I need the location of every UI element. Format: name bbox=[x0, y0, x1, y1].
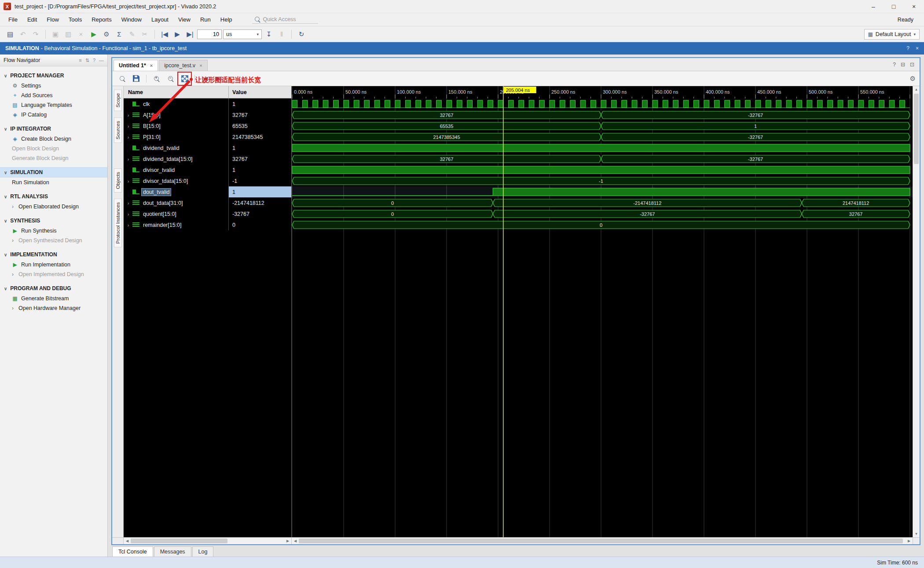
settings-gear-icon[interactable]: ⚙ bbox=[101, 29, 112, 40]
nav-item-open-block-design[interactable]: Open Block Design bbox=[0, 144, 107, 153]
signal-value-cell[interactable]: 1 bbox=[228, 98, 291, 109]
console-tab-tcl-console[interactable]: Tcl Console bbox=[112, 546, 153, 557]
nav-section-simulation[interactable]: ∨SIMULATION bbox=[0, 167, 107, 178]
run-all-icon[interactable]: ▶ bbox=[172, 29, 183, 40]
signal-value-cell[interactable]: 32767 bbox=[228, 109, 291, 120]
maximize-button[interactable]: □ bbox=[884, 0, 904, 13]
signal-row[interactable]: ›B[15:0]65535 bbox=[124, 120, 291, 131]
zoom-range-icon[interactable]: ↔ bbox=[227, 73, 239, 84]
nav-item-create-block-design[interactable]: ◈Create Block Design bbox=[0, 134, 107, 144]
wave-settings-gear-icon[interactable]: ⚙ bbox=[910, 75, 916, 83]
signal-row[interactable]: ›A[15:0]32767 bbox=[124, 109, 291, 120]
signal-name-cell[interactable]: divisor_tvalid bbox=[124, 164, 228, 175]
scroll-right-icon[interactable]: ▶ bbox=[284, 539, 291, 543]
side-tab-protocol-instances[interactable]: Protocol Instances bbox=[114, 199, 122, 248]
nav-item-run-synthesis[interactable]: ▶Run Synthesis bbox=[0, 226, 107, 236]
signal-name-cell[interactable]: ›quotient[15:0] bbox=[124, 208, 228, 219]
panel-control-icon[interactable]: ? bbox=[893, 62, 896, 68]
tab-ipcore-test-v[interactable]: ipcore_test.v× bbox=[159, 60, 207, 71]
signal-row[interactable]: ›quotient[15:0]-32767 bbox=[124, 208, 291, 219]
nav-item-open-synthesized-design[interactable]: ›Open Synthesized Design bbox=[0, 236, 107, 245]
undo-icon[interactable]: ↶ bbox=[17, 29, 29, 40]
cut-icon[interactable]: ✂ bbox=[139, 29, 150, 40]
menu-reports[interactable]: Reports bbox=[87, 14, 117, 25]
menu-layout[interactable]: Layout bbox=[147, 14, 173, 25]
layout-select[interactable]: ▦ Default Layout ▾ bbox=[864, 29, 920, 40]
nav-item-generate-bitstream[interactable]: ▦Generate Bitstream bbox=[0, 294, 107, 303]
run-for-time-icon[interactable]: ▶| bbox=[184, 29, 196, 40]
menu-file[interactable]: File bbox=[4, 14, 22, 25]
signal-row[interactable]: dout_tvalid1 bbox=[124, 186, 291, 197]
panel-header-icon[interactable]: ? bbox=[93, 58, 95, 63]
menu-run[interactable]: Run bbox=[195, 14, 216, 25]
signal-row[interactable]: clk1 bbox=[124, 98, 291, 109]
signal-value-cell[interactable]: 32767 bbox=[228, 153, 291, 164]
zoom-fit-button[interactable] bbox=[179, 73, 191, 84]
signal-name-cell[interactable]: ›divisor_tdata[15:0] bbox=[124, 175, 228, 186]
names-scroll-thumb[interactable] bbox=[131, 539, 227, 543]
value-column-header[interactable]: Value bbox=[228, 86, 291, 98]
chevron-right-icon[interactable]: › bbox=[125, 113, 131, 118]
nav-section-ip-integrator[interactable]: ∨IP INTEGRATOR bbox=[0, 124, 107, 134]
relaunch-simulation-icon[interactable]: ↻ bbox=[296, 29, 307, 40]
panel-control-icon[interactable]: ⊟ bbox=[901, 62, 905, 68]
signal-name-cell[interactable]: ›remainder[15:0] bbox=[124, 219, 228, 230]
menu-edit[interactable]: Edit bbox=[22, 14, 42, 25]
signal-row[interactable]: ›divisor_tdata[15:0]-1 bbox=[124, 175, 291, 186]
nav-item-ip-catalog[interactable]: ◈IP Catalog bbox=[0, 110, 107, 120]
signal-name-cell[interactable]: dividend_tvalid bbox=[124, 142, 228, 153]
menu-flow[interactable]: Flow bbox=[42, 14, 63, 25]
scroll-left-icon[interactable]: ◀ bbox=[292, 539, 299, 543]
signal-value-cell[interactable]: 2147385345 bbox=[228, 131, 291, 142]
waveform-svg[interactable]: 0.000 ns50.000 ns100.000 ns150.000 ns200… bbox=[292, 86, 913, 537]
wave-scroll-thumb[interactable] bbox=[299, 539, 903, 543]
nav-item-language-templates[interactable]: ▤Language Templates bbox=[0, 100, 107, 110]
banner-help-icon[interactable]: ? bbox=[906, 45, 909, 51]
signal-name-cell[interactable]: ›B[15:0] bbox=[124, 120, 228, 131]
signal-row[interactable]: ›dividend_tdata[15:0]32767 bbox=[124, 153, 291, 164]
signal-row[interactable]: ›remainder[15:0]0 bbox=[124, 219, 291, 230]
nav-item-add-sources[interactable]: +Add Sources bbox=[0, 91, 107, 100]
signal-value-cell[interactable]: 1 bbox=[228, 142, 291, 153]
signal-row[interactable]: divisor_tvalid1 bbox=[124, 164, 291, 175]
signal-name-cell[interactable]: clk bbox=[124, 98, 228, 109]
nav-item-run-implementation[interactable]: ▶Run Implementation bbox=[0, 260, 107, 269]
signal-value-cell[interactable]: -32767 bbox=[228, 208, 291, 219]
menu-tools[interactable]: Tools bbox=[64, 14, 87, 25]
goto-end-icon[interactable]: ▶| bbox=[213, 73, 225, 84]
signal-value-cell[interactable]: 65535 bbox=[228, 120, 291, 131]
find-button[interactable] bbox=[116, 73, 128, 84]
chevron-right-icon[interactable]: › bbox=[125, 200, 131, 206]
nav-item-generate-block-design[interactable]: Generate Block Design bbox=[0, 153, 107, 163]
nav-section-project-manager[interactable]: ∨PROJECT MANAGER bbox=[0, 70, 107, 81]
vertical-scroll-thumb[interactable] bbox=[914, 94, 919, 164]
nav-item-settings[interactable]: ⚙Settings bbox=[0, 81, 107, 91]
nav-section-rtl-analysis[interactable]: ∨RTL ANALYSIS bbox=[0, 191, 107, 202]
nav-section-implementation[interactable]: ∨IMPLEMENTATION bbox=[0, 249, 107, 260]
panel-header-icon[interactable]: ⇅ bbox=[85, 58, 89, 63]
vertical-scrollbar[interactable]: ▲ ▼ bbox=[913, 86, 920, 537]
pause-icon[interactable]: ‖ bbox=[276, 29, 287, 40]
copy-icon[interactable]: ▣ bbox=[50, 29, 61, 40]
menu-window[interactable]: Window bbox=[117, 14, 147, 25]
signal-name-cell[interactable]: ›dividend_tdata[15:0] bbox=[124, 153, 228, 164]
restart-simulation-icon[interactable]: |◀ bbox=[159, 29, 170, 40]
step-icon[interactable]: ↧ bbox=[263, 29, 275, 40]
quick-access-search[interactable]: Quick Access bbox=[252, 15, 318, 24]
minimize-button[interactable]: – bbox=[863, 0, 884, 13]
names-horizontal-scrollbar[interactable]: ◀ ▶ bbox=[124, 538, 292, 544]
name-column-header[interactable]: Name bbox=[124, 86, 228, 98]
signal-name-cell[interactable]: ›P[31:0] bbox=[124, 131, 228, 142]
open-recent-icon[interactable]: ▤ bbox=[4, 29, 16, 40]
run-time-input[interactable] bbox=[197, 29, 222, 39]
edit-icon[interactable]: ✎ bbox=[126, 29, 138, 40]
time-unit-select[interactable]: us▾ bbox=[223, 29, 262, 39]
console-tab-log[interactable]: Log bbox=[192, 546, 214, 557]
zoom-out-button[interactable]: − bbox=[165, 73, 176, 84]
menu-help[interactable]: Help bbox=[216, 14, 237, 25]
wave-horizontal-scrollbar[interactable]: ◀ ▶ bbox=[292, 538, 913, 544]
close-icon[interactable]: × bbox=[150, 63, 153, 68]
side-tab-scope[interactable]: Scope bbox=[114, 90, 122, 111]
signal-row[interactable]: dividend_tvalid1 bbox=[124, 142, 291, 153]
chevron-right-icon[interactable]: › bbox=[125, 124, 131, 129]
